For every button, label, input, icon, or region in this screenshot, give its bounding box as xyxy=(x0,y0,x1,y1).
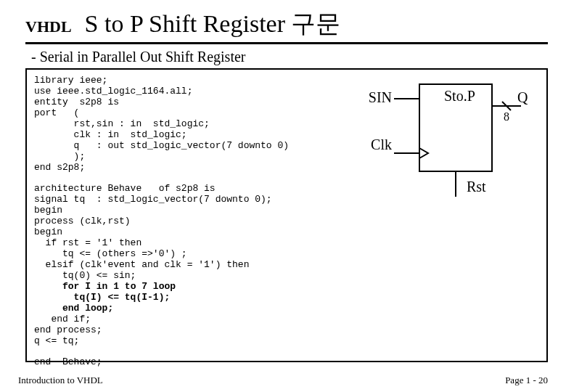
code-line: architecture Behave of s2p8 is xyxy=(34,183,216,194)
code-line: begin xyxy=(34,226,62,237)
clk-label: Clk xyxy=(371,136,392,152)
sin-label: SIN xyxy=(369,89,392,105)
code-line: port ( xyxy=(34,107,79,118)
code-box: library ieee; use ieee.std_logic_1164.al… xyxy=(25,68,548,362)
code-line: q : out std_logic_vector(7 downto 0) xyxy=(34,140,289,151)
clk-triangle-icon xyxy=(419,148,428,158)
code-line: end Behave; xyxy=(34,356,102,367)
vhdl-label: VHDL xyxy=(25,17,72,36)
page-title: S to P Shift Register 구문 xyxy=(85,7,341,41)
code-line-bold: end loop; xyxy=(34,303,113,314)
code-line: library ieee; xyxy=(34,75,107,86)
code-line: signal tq : std_logic_vector(7 downto 0)… xyxy=(34,194,272,205)
q-label: Q xyxy=(517,89,528,105)
slide-page: VHDL S to P Shift Register 구문 - Serial i… xyxy=(0,0,566,392)
code-line: end if; xyxy=(34,314,91,324)
code-line: tq <= (others =>'0') ; xyxy=(34,248,187,259)
subtitle: - Serial in Parallel Out Shift Register xyxy=(31,49,548,65)
code-line: tq(0) <= sin; xyxy=(34,270,136,281)
code-line-bold: for I in 1 to 7 loop xyxy=(62,281,176,292)
code-line xyxy=(34,281,62,292)
code-line: use ieee.std_logic_1164.all; xyxy=(34,86,192,97)
rst-label: Rst xyxy=(467,179,486,195)
bus-width-label: 8 xyxy=(504,110,509,123)
block-diagram: Sto.P SIN Q 8 Clk Rst xyxy=(369,70,528,200)
header-bar: VHDL S to P Shift Register 구문 xyxy=(25,7,548,44)
code-line: elsif (clk'event and clk = '1') then xyxy=(34,259,249,270)
code-line: process (clk,rst) xyxy=(34,216,131,226)
block-label: Sto.P xyxy=(444,88,475,104)
code-line: entity s2p8 is xyxy=(34,97,119,107)
code-line: ); xyxy=(34,151,85,162)
code-line-bold: tq(I) <= tq(I-1); xyxy=(34,292,170,303)
code-line: clk : in std_logic; xyxy=(34,129,187,140)
code-line: q <= tq; xyxy=(34,335,79,346)
code-line: end process; xyxy=(34,324,102,335)
code-line: begin xyxy=(34,205,62,216)
footer-left: Introduction to VHDL xyxy=(18,375,103,386)
code-line: if rst = '1' then xyxy=(34,237,142,248)
diagram-svg: Sto.P SIN Q 8 Clk Rst xyxy=(369,70,528,208)
code-line: end s2p8; xyxy=(34,162,85,173)
code-line: rst,sin : in std_logic; xyxy=(34,118,210,129)
footer: Introduction to VHDL Page 1 - 20 xyxy=(18,375,548,386)
footer-right: Page 1 - 20 xyxy=(505,375,548,386)
